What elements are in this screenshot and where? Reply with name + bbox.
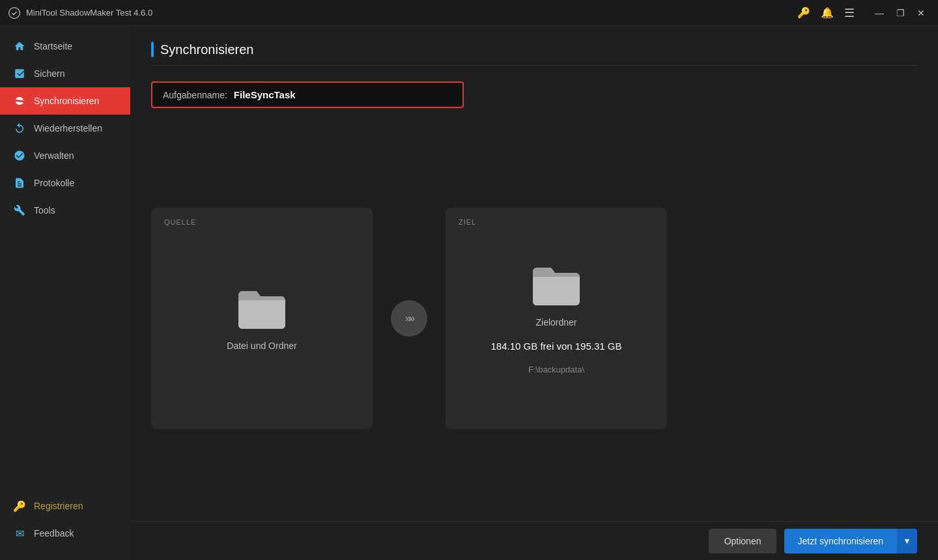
destination-card[interactable]: ZIEL Zielordner 184.10 GB frei von 195.3… [446,208,667,429]
destination-card-wrapper: ZIEL Zielordner 184.10 GB frei von 195.3… [446,208,667,429]
sidebar-item-registrieren[interactable]: 🔑 Registrieren [0,492,130,520]
title-bar-controls: 🔑 🔔 ☰ — ❐ ✕ [797,4,930,22]
bottom-bar: Optionen Jetzt synchronisieren ▼ [130,521,938,560]
sidebar-item-sichern[interactable]: Sichern [0,60,130,87]
sync-button-group: Jetzt synchronisieren ▼ [784,529,917,553]
sidebar-item-verwalten[interactable]: Verwalten [0,142,130,169]
mail-icon: ✉ [13,527,26,540]
svg-point-0 [9,7,20,18]
restore-icon [13,122,26,135]
sidebar-item-startseite[interactable]: Startseite [0,33,130,60]
key-icon[interactable]: 🔑 [797,7,810,19]
destination-folder-icon [530,262,582,307]
source-card-wrapper: QUELLE Datei und Ordner [151,208,373,429]
arrow-chevrons: »» [405,313,413,324]
sidebar-label-wiederherstellen: Wiederherstellen [34,123,102,133]
page-header: Synchronisieren [151,42,917,66]
destination-label: ZIEL [459,218,476,226]
sidebar-item-wiederherstellen[interactable]: Wiederherstellen [0,115,130,142]
source-folder-icon [236,286,288,330]
sidebar-label-registrieren: Registrieren [34,501,83,511]
backup-icon [13,67,26,80]
header-accent [151,42,154,57]
tools-icon [13,204,26,217]
cards-row: QUELLE Datei und Ordner »» ZIEL [151,132,917,505]
sync-now-button[interactable]: Jetzt synchronisieren [784,529,896,553]
sidebar-label-verwalten: Verwalten [34,150,74,161]
close-button[interactable]: ✕ [912,4,930,22]
sync-icon [13,94,26,107]
sidebar-bottom: 🔑 Registrieren ✉ Feedback [0,492,130,560]
maximize-button[interactable]: ❐ [891,4,909,22]
sidebar-item-tools[interactable]: Tools [0,197,130,224]
key-sidebar-icon: 🔑 [13,499,26,512]
destination-description: Zielordner [535,317,576,328]
app-body: Startseite Sichern Synchronisieren Wiede… [0,26,938,560]
sidebar-label-tools: Tools [34,205,55,216]
source-label: QUELLE [164,218,196,226]
log-icon [13,176,26,189]
home-icon [13,40,26,53]
page-title: Synchronisieren [160,42,253,57]
title-bar: MiniTool ShadowMaker Test 4.6.0 🔑 🔔 ☰ — … [0,0,938,26]
window-controls: — ❐ ✕ [870,4,930,22]
content-area: Synchronisieren Aufgabenname: FileSyncTa… [130,26,938,521]
app-title: MiniTool ShadowMaker Test 4.6.0 [26,8,152,18]
manage-icon [13,149,26,162]
sidebar-label-startseite: Startseite [34,41,72,51]
source-description: Datei und Ordner [227,341,296,351]
sidebar-item-feedback[interactable]: ✉ Feedback [0,520,130,547]
minimize-button[interactable]: — [870,4,888,22]
hamburger-icon[interactable]: ☰ [844,6,855,20]
destination-storage-info: 184.10 GB frei von 195.31 GB [491,341,622,352]
destination-path: F:\backupdata\ [528,365,584,374]
sidebar-nav: Startseite Sichern Synchronisieren Wiede… [0,33,130,492]
sidebar-label-synchronisieren: Synchronisieren [34,96,99,106]
options-button[interactable]: Optionen [709,529,777,553]
sync-dropdown-arrow[interactable]: ▼ [896,529,917,553]
app-logo: MiniTool ShadowMaker Test 4.6.0 [8,7,797,20]
sidebar-label-protokolle: Protokolle [34,178,74,188]
task-name-label: Aufgabenname: [163,90,227,100]
sidebar-item-synchronisieren[interactable]: Synchronisieren [0,87,130,115]
task-name-box[interactable]: Aufgabenname: FileSyncTask [151,81,464,108]
sync-arrow-button[interactable]: »» [391,300,427,337]
app-logo-icon [8,7,21,20]
bell-icon[interactable]: 🔔 [821,7,834,19]
sidebar-item-protokolle[interactable]: Protokolle [0,169,130,197]
source-card[interactable]: QUELLE Datei und Ordner [151,208,373,429]
sidebar: Startseite Sichern Synchronisieren Wiede… [0,26,130,560]
main-content: Synchronisieren Aufgabenname: FileSyncTa… [130,26,938,560]
sidebar-label-sichern: Sichern [34,68,64,79]
task-name-value: FileSyncTask [234,89,296,100]
sidebar-label-feedback: Feedback [34,528,74,539]
